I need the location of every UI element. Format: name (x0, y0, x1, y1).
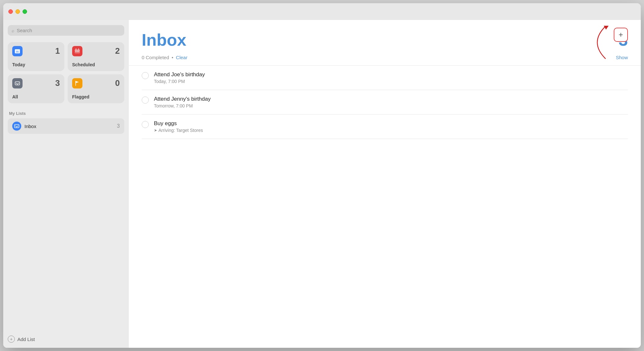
scheduled-icon (72, 46, 82, 56)
main-content: ⌕ Search 31 1 (3, 20, 641, 348)
smart-list-today-top: 31 1 (12, 46, 60, 56)
completed-dot: • (172, 55, 173, 60)
traffic-lights (8, 9, 27, 14)
main-header: Inbox 3 (129, 20, 641, 50)
smart-list-flagged[interactable]: 0 Flagged (68, 74, 124, 103)
task-list: Attend Joe's birthday Today, 7:00 PM Att… (129, 66, 641, 139)
close-button[interactable] (8, 9, 13, 14)
minimize-button[interactable] (15, 9, 20, 14)
inbox-list-name: Inbox (24, 124, 114, 129)
task-subtitle-location: Arriving: Target Stores (158, 128, 203, 133)
search-input-placeholder: Search (17, 28, 32, 33)
task-checkbox-0[interactable] (142, 72, 149, 79)
clear-button[interactable]: Clear (176, 55, 187, 60)
flagged-label: Flagged (72, 94, 120, 99)
task-title-1: Attend Jenny's birthday (154, 96, 211, 102)
add-list-button[interactable]: + Add List (8, 336, 124, 343)
title-bar (3, 3, 641, 20)
task-title-0: Attend Joe's birthday (154, 71, 205, 78)
smart-list-all-top: 3 (12, 78, 60, 88)
inbox-list-icon (12, 122, 21, 131)
scheduled-label: Scheduled (72, 62, 120, 67)
sidebar: ⌕ Search 31 1 (3, 20, 129, 348)
today-label: Today (12, 62, 60, 67)
svg-rect-7 (75, 51, 76, 52)
smart-list-flagged-top: 0 (72, 78, 120, 88)
task-subtitle-0: Today, 7:00 PM (154, 79, 205, 84)
inbox-title: Inbox (142, 30, 186, 50)
task-item-2: Buy eggs ➤ Arriving: Target Stores (142, 115, 628, 139)
all-icon (12, 78, 23, 88)
location-arrow-icon: ➤ (154, 128, 157, 133)
task-checkbox-1[interactable] (142, 97, 149, 104)
show-button[interactable]: Show (616, 55, 628, 60)
flagged-icon (72, 78, 82, 88)
task-info-0: Attend Joe's birthday Today, 7:00 PM (154, 71, 205, 84)
list-item-inbox[interactable]: Inbox 3 (8, 118, 124, 134)
add-list-plus-icon: + (8, 336, 15, 343)
completed-info: 0 Completed • Clear (142, 55, 187, 60)
task-subtitle-2: ➤ Arriving: Target Stores (154, 128, 203, 133)
my-lists-section-title: My Lists (8, 111, 124, 116)
smart-lists-grid: 31 1 Today (8, 42, 124, 103)
add-plus-icon: + (619, 30, 623, 39)
search-bar[interactable]: ⌕ Search (8, 25, 124, 36)
all-label: All (12, 94, 60, 99)
task-item-0: Attend Joe's birthday Today, 7:00 PM (142, 66, 628, 90)
scheduled-count: 2 (115, 46, 120, 56)
task-info-1: Attend Jenny's birthday Tomorrow, 7:00 P… (154, 96, 211, 108)
task-info-2: Buy eggs ➤ Arriving: Target Stores (154, 120, 203, 133)
smart-list-all[interactable]: 3 All (8, 74, 64, 103)
svg-rect-8 (77, 51, 78, 52)
smart-list-today[interactable]: 31 1 Today (8, 42, 64, 71)
today-icon: 31 (12, 46, 23, 56)
flagged-count: 0 (115, 78, 120, 88)
inbox-list-count: 3 (117, 123, 120, 129)
svg-text:31: 31 (16, 51, 19, 53)
add-new-reminder-button[interactable]: + (614, 28, 628, 42)
add-list-label: Add List (17, 337, 35, 342)
smart-list-scheduled[interactable]: 2 Scheduled (68, 42, 124, 71)
task-checkbox-2[interactable] (142, 121, 149, 128)
completed-label: 0 Completed (142, 55, 169, 60)
sidebar-footer: + Add List (8, 330, 124, 343)
search-icon: ⌕ (12, 28, 14, 33)
task-item-1: Attend Jenny's birthday Tomorrow, 7:00 P… (142, 90, 628, 115)
task-title-2: Buy eggs (154, 120, 203, 127)
smart-list-scheduled-top: 2 (72, 46, 120, 56)
main-panel: Inbox 3 0 Completed • Clear Show Attend … (129, 20, 641, 348)
app-window: ⌕ Search 31 1 (3, 3, 641, 348)
completed-bar: 0 Completed • Clear Show (129, 50, 641, 66)
today-count: 1 (55, 46, 60, 56)
task-subtitle-1: Tomorrow, 7:00 PM (154, 103, 211, 108)
svg-rect-9 (78, 51, 79, 52)
all-count: 3 (55, 78, 60, 88)
maximize-button[interactable] (23, 9, 27, 14)
